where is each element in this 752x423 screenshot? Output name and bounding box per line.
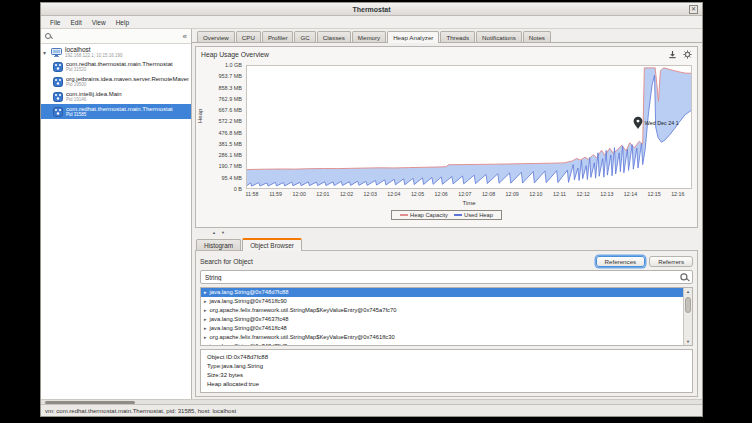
x-tick-label: 12:05 [411, 191, 424, 197]
object-search-input[interactable] [205, 274, 681, 281]
x-axis-title: Time [246, 200, 692, 206]
tree-item-vm[interactable]: com.redhat.thermostat.main.Thermostat Pi… [41, 59, 191, 74]
download-icon[interactable] [668, 50, 677, 59]
vm-icon [53, 107, 63, 117]
legend-item: Heap Capacity [400, 212, 448, 218]
horizontal-scrollbar[interactable] [41, 399, 702, 404]
vm-pid: Pid 31520 [66, 67, 173, 72]
y-tick-label: 953.7 MB [218, 73, 242, 79]
tab[interactable]: Notifications [476, 31, 522, 42]
object-search-field[interactable] [200, 270, 693, 284]
vm-icon [53, 62, 63, 72]
tab[interactable]: Overview [197, 31, 235, 42]
chart-legend: Heap Capacity Used Heap [196, 210, 697, 220]
host-addresses: 192.168.122.1, 10.15.16.190 [65, 53, 123, 58]
splitter-grip-icon[interactable]: ▲ ▼ [212, 230, 227, 235]
object-list-item[interactable]: java.lang.String@0x748d7fbf8 [201, 341, 683, 346]
tab[interactable]: Histogram [196, 239, 241, 250]
x-tick-label: 11:58 [245, 191, 258, 197]
scroll-up-icon[interactable]: ▲ [684, 288, 692, 295]
object-list-item[interactable]: java.lang.String@0x748d7fc88 [201, 288, 683, 297]
gear-icon[interactable] [683, 50, 692, 59]
tab[interactable]: Threads [440, 31, 475, 42]
map-pin-icon [634, 117, 643, 129]
tab[interactable]: Classes [317, 31, 351, 42]
x-tick-label: 12:03 [364, 191, 377, 197]
tree-item-vm[interactable]: org.jetbrains.idea.maven.server.RemoteMa… [41, 74, 191, 89]
y-axis-title: Heap [197, 109, 203, 123]
search-icon[interactable] [680, 273, 688, 281]
x-tick-label: 12:14 [624, 191, 637, 197]
y-tick-label: 667.6 MB [218, 107, 242, 113]
vm-pid: Pid 31585 [66, 112, 173, 117]
x-tick-label: 11:59 [269, 191, 282, 197]
tree-item-host[interactable]: ▾ localhost 192.168.122.1, 10.15.16.190 [41, 44, 191, 59]
scrollbar-thumb[interactable] [685, 297, 691, 313]
object-details: Object ID:0x748d7fc88Type:java.lang.Stri… [200, 349, 693, 393]
heap-chart-plot: Wed Dec 24 1 [246, 65, 692, 189]
object-results-list: java.lang.String@0x748d7fc88 java.lang.S… [200, 287, 693, 346]
tree-item-vm[interactable]: com.redhat.thermostat.main.Thermostat Pi… [41, 104, 191, 119]
sidebar: « ▾ localhost 192.168.122.1, 10.15.16.19… [41, 29, 192, 399]
y-tick-label: 1.0 GB [225, 62, 242, 68]
object-browser-panel: Search for Object References Referrers j… [195, 250, 698, 397]
tree-item-vm[interactable]: com.intellij.idea.Main Pid 19146 [41, 89, 191, 104]
window-title: Thermostat [352, 6, 390, 13]
tab[interactable]: Object Browser [242, 238, 302, 251]
object-list-item[interactable]: org.apache.felix.framework.util.StringMa… [201, 306, 683, 315]
statusbar: vm: com.redhat.thermostat.main.Thermosta… [41, 404, 702, 416]
tab[interactable]: Profiler [262, 31, 294, 42]
object-detail-line: Size:32 bytes [207, 371, 686, 380]
heap-overview-title: Heap Usage Overview [201, 51, 269, 58]
object-list-item[interactable]: java.lang.String@0x74637fc48 [201, 315, 683, 324]
scrollbar-thumb[interactable] [45, 401, 135, 405]
vm-icon [53, 92, 63, 102]
y-tick-label: 95.4 MB [222, 175, 242, 181]
tab[interactable]: CPU [236, 31, 261, 42]
tab[interactable]: GC [294, 31, 315, 42]
x-tick-label: 12:11 [553, 191, 566, 197]
scroll-down-icon[interactable]: ▼ [684, 338, 692, 345]
object-list-item[interactable]: java.lang.String@0x7461ffc90 [201, 297, 683, 306]
vm-tabstrip: OverviewCPUProfilerGCClassesMemoryHeap A… [192, 29, 702, 43]
menu-item[interactable]: View [87, 19, 111, 26]
tab[interactable]: Notes [523, 31, 551, 42]
tab[interactable]: Memory [352, 31, 386, 42]
x-axis-labels: 11:5811:5912:0012:0112:0212:0312:0412:05… [246, 191, 692, 199]
menu-item[interactable]: File [45, 19, 65, 26]
references-button[interactable]: References [596, 256, 646, 267]
x-tick-label: 12:07 [458, 191, 471, 197]
pane-splitter[interactable]: ▲ ▼ [192, 228, 702, 236]
vm-pid: Pid 19146 [66, 97, 122, 102]
y-tick-label: 190.7 MB [218, 163, 242, 169]
x-tick-label: 12:10 [529, 191, 542, 197]
legend-line-swatch [454, 214, 462, 216]
heap-chart-area: Heap 1.0 GB953.7 MB858.3 MB762.9 MB667.6… [196, 63, 697, 227]
expander-icon[interactable]: ▾ [43, 49, 51, 56]
sidebar-search-row: « [41, 29, 191, 44]
x-tick-label: 12:01 [316, 191, 329, 197]
status-text: vm: com.redhat.thermostat.main.Thermosta… [45, 408, 236, 414]
referrers-button[interactable]: Referrers [649, 256, 693, 267]
object-list-item[interactable]: java.lang.String@0x7461ffc48 [201, 324, 683, 333]
list-scrollbar[interactable]: ▲ ▼ [683, 288, 692, 345]
x-tick-label: 12:00 [293, 191, 306, 197]
search-icon[interactable] [45, 33, 52, 40]
heap-chart: Wed Dec 24 1 [247, 66, 691, 188]
titlebar[interactable]: Thermostat ✕ [41, 3, 702, 16]
menu-item[interactable]: Help [111, 19, 134, 26]
object-list-item[interactable]: org.apache.felix.framework.util.StringMa… [201, 332, 683, 341]
object-detail-line: Object ID:0x748d7fc88 [207, 353, 686, 362]
menubar: FileEditViewHelp [41, 16, 702, 29]
x-tick-label: 12:16 [671, 191, 684, 197]
y-tick-label: 0 B [234, 186, 242, 192]
computer-icon [51, 48, 62, 57]
close-icon[interactable]: ✕ [689, 5, 698, 14]
y-axis-labels: 1.0 GB953.7 MB858.3 MB762.9 MB667.6 MB57… [208, 65, 244, 189]
tab[interactable]: Heap Analyzer [387, 31, 439, 43]
x-tick-label: 12:09 [506, 191, 519, 197]
menu-item[interactable]: Edit [65, 19, 86, 26]
collapse-sidebar-icon[interactable]: « [183, 32, 187, 41]
heap-dump-tabstrip: HistogramObject Browser [192, 236, 702, 250]
object-detail-line: Heap allocated:true [207, 380, 686, 389]
